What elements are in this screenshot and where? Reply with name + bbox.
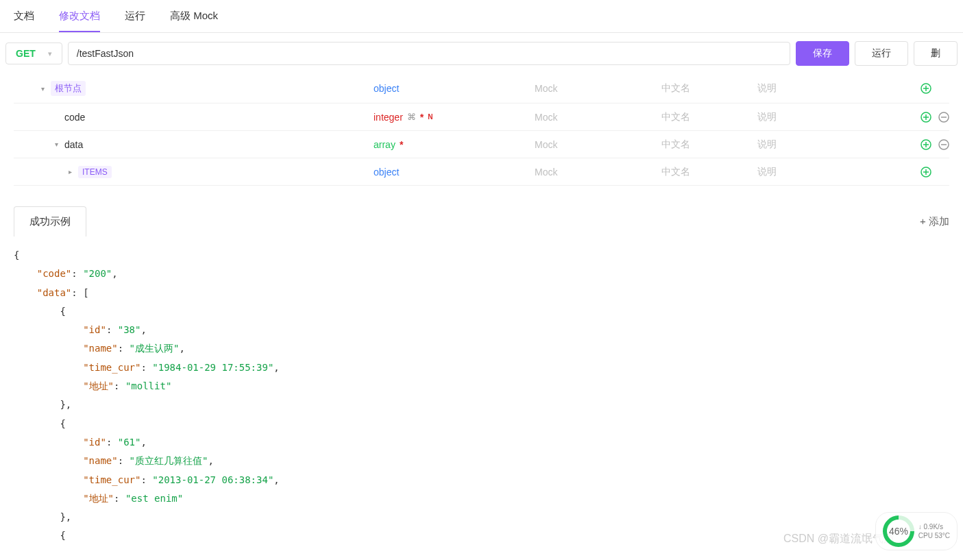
cname-cell[interactable]: 中文名 xyxy=(661,166,757,178)
type-label[interactable]: object xyxy=(374,83,399,94)
add-example-button[interactable]: + 添加 xyxy=(920,215,949,228)
field-name[interactable]: code xyxy=(64,112,85,123)
run-button[interactable]: 运行 xyxy=(855,41,908,66)
mock-cell[interactable]: Mock xyxy=(535,167,661,178)
schema-row-root: ▾ 根节点 object Mock 中文名 说明 xyxy=(14,74,949,104)
remove-icon[interactable] xyxy=(938,139,949,150)
example-section: 成功示例 + 添加 { "code": "200", "data": [ { "… xyxy=(0,206,963,555)
items-badge: ITEMS xyxy=(78,166,112,178)
desc-cell[interactable]: 说明 xyxy=(757,82,921,95)
required-icon: * xyxy=(420,112,424,123)
type-label[interactable]: object xyxy=(374,167,399,178)
mock-cell[interactable]: Mock xyxy=(535,139,661,150)
top-tabs: 文档 修改文档 运行 高级 Mock xyxy=(0,0,963,33)
expand-icon[interactable]: ▾ xyxy=(55,141,64,148)
add-icon[interactable] xyxy=(921,139,931,150)
type-label[interactable]: array xyxy=(374,139,395,150)
save-button[interactable]: 保存 xyxy=(796,41,849,66)
remove-icon[interactable] xyxy=(938,112,949,123)
add-icon[interactable] xyxy=(921,112,931,123)
cpu-temp: CPU 53°C xyxy=(918,531,950,540)
nullable-badge: N xyxy=(428,113,432,121)
tab-edit-doc[interactable]: 修改文档 xyxy=(59,0,100,32)
desc-cell[interactable]: 说明 xyxy=(757,138,921,151)
method-label: GET xyxy=(16,48,36,59)
expand-icon[interactable]: ▸ xyxy=(69,168,78,175)
json-viewer[interactable]: { "code": "200", "data": [ { "id": "38",… xyxy=(14,236,949,555)
tab-doc[interactable]: 文档 xyxy=(14,0,34,32)
net-speed: ↓ 0.9K/s xyxy=(918,522,950,531)
mock-cell[interactable]: Mock xyxy=(535,83,661,94)
desc-cell[interactable]: 说明 xyxy=(757,166,921,178)
example-tab-success[interactable]: 成功示例 xyxy=(14,206,86,236)
type-label[interactable]: integer xyxy=(374,112,403,123)
add-icon[interactable] xyxy=(921,167,931,178)
url-input[interactable] xyxy=(68,42,790,65)
mock-cell[interactable]: Mock xyxy=(535,112,661,123)
delete-button[interactable]: 删 xyxy=(914,41,958,66)
cname-cell[interactable]: 中文名 xyxy=(661,138,757,151)
field-name[interactable]: data xyxy=(64,139,83,150)
chevron-down-icon: ▾ xyxy=(48,49,52,58)
cname-cell[interactable]: 中文名 xyxy=(661,82,757,95)
add-icon[interactable] xyxy=(921,83,931,94)
link-icon[interactable]: ⌘ xyxy=(407,112,416,122)
gauge-icon: 46% xyxy=(876,509,921,553)
tab-advanced-mock[interactable]: 高级 Mock xyxy=(170,0,218,32)
schema-row-items: ▸ ITEMS object Mock 中文名 说明 xyxy=(14,158,949,186)
tab-run[interactable]: 运行 xyxy=(125,0,145,32)
schema-row-code: code integer ⌘ * N Mock 中文名 说明 xyxy=(14,104,949,131)
system-monitor: 46% ↓ 0.9K/s CPU 53°C xyxy=(875,512,958,550)
root-node-badge: 根节点 xyxy=(51,81,86,96)
required-icon: * xyxy=(400,139,403,150)
method-select[interactable]: GET ▾ xyxy=(5,42,62,64)
cname-cell[interactable]: 中文名 xyxy=(661,111,757,123)
request-bar: GET ▾ 保存 运行 删 xyxy=(0,33,963,74)
desc-cell[interactable]: 说明 xyxy=(757,111,921,123)
expand-icon[interactable]: ▾ xyxy=(41,85,51,93)
schema-row-data: ▾ data array * Mock 中文名 说明 xyxy=(14,131,949,158)
schema-table: ▾ 根节点 object Mock 中文名 说明 code integer ⌘ … xyxy=(0,74,963,186)
